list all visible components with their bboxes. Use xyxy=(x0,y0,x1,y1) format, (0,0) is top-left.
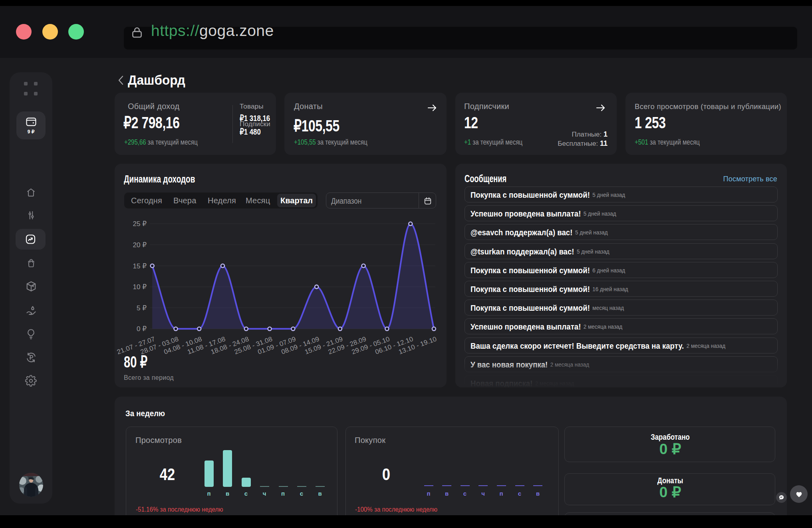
svg-text:5 ₽: 5 ₽ xyxy=(137,304,147,312)
svg-text:10 ₽: 10 ₽ xyxy=(133,283,147,291)
svg-text:15 ₽: 15 ₽ xyxy=(133,262,147,270)
svg-text:20 ₽: 20 ₽ xyxy=(133,241,147,249)
svg-text:25 ₽: 25 ₽ xyxy=(133,220,147,228)
svg-text:0 ₽: 0 ₽ xyxy=(137,325,147,333)
